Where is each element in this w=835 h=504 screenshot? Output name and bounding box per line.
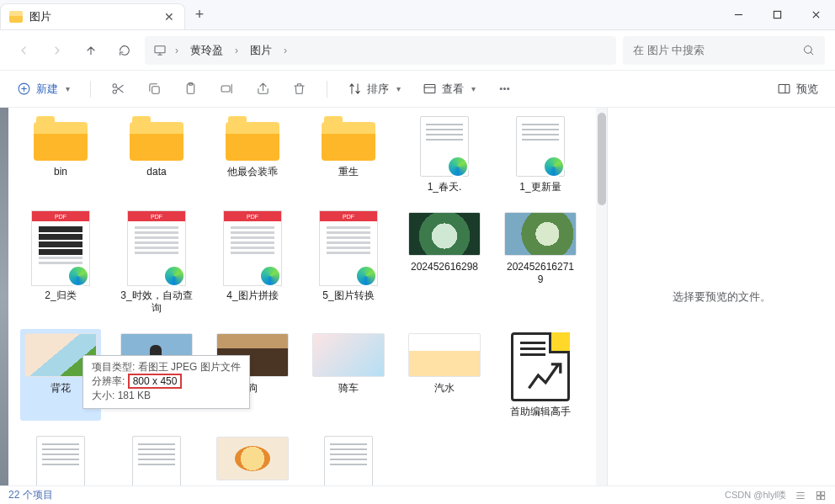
- file-item[interactable]: 新建文本文档: [20, 432, 101, 485]
- tooltip-res-key: 分辨率:: [92, 375, 125, 387]
- scrollbar-thumb[interactable]: [598, 113, 606, 205]
- file-label: 1_春天.: [428, 181, 462, 194]
- file-tooltip: 项目类型: 看图王 JPEG 图片文件 分辨率: 800 x 450 大小: 1…: [82, 355, 250, 409]
- breadcrumb[interactable]: › 黄玲盈 › 图片 ›: [145, 36, 616, 65]
- up-button[interactable]: [77, 37, 104, 64]
- share-button[interactable]: [251, 78, 275, 99]
- file-label: 2_归类: [45, 289, 76, 302]
- svg-rect-0: [774, 11, 780, 18]
- sort-icon: [348, 82, 362, 96]
- rename-button[interactable]: [215, 78, 239, 99]
- separator: [90, 81, 91, 98]
- file-item[interactable]: 他最会装乖: [212, 113, 293, 196]
- file-item[interactable]: bin: [20, 113, 101, 196]
- svg-rect-10: [424, 85, 435, 93]
- separator: [327, 81, 327, 98]
- toolbar: 新建 ▾ 排序 ▾ 查看 ▾ 预览: [0, 71, 835, 108]
- file-label: 他最会装乖: [227, 166, 278, 178]
- file-item[interactable]: PDF2_归类: [20, 208, 101, 317]
- file-item[interactable]: data: [116, 113, 197, 196]
- file-thumbnail: PDF: [312, 210, 385, 286]
- file-thumbnail: [408, 332, 481, 379]
- file-thumbnail: [216, 435, 289, 482]
- file-thumbnail: [312, 435, 385, 485]
- sort-button[interactable]: 排序 ▾: [343, 78, 406, 100]
- file-item[interactable]: 组成: [308, 432, 389, 485]
- chevron-right-icon: ›: [175, 45, 178, 56]
- file-item[interactable]: 202452616298: [404, 208, 485, 317]
- svg-rect-15: [816, 491, 820, 495]
- new-tab-button[interactable]: +: [185, 0, 214, 29]
- more-icon: [497, 82, 512, 96]
- new-label: 新建: [36, 82, 58, 97]
- cut-button[interactable]: [106, 78, 130, 99]
- file-thumbnail: [312, 115, 385, 162]
- tooltip-type-key: 项目类型:: [92, 361, 135, 373]
- preview-placeholder: 选择要预览的文件。: [673, 289, 771, 305]
- file-item[interactable]: 重生: [308, 113, 389, 196]
- file-item[interactable]: 首助编辑高手: [500, 329, 581, 421]
- view-icon: [423, 82, 437, 96]
- file-item[interactable]: 一种美观的组合箱: [116, 432, 197, 485]
- file-label: bin: [54, 166, 67, 178]
- breadcrumb-item-0[interactable]: 黄玲盈: [187, 41, 226, 60]
- view-button[interactable]: 查看 ▾: [418, 78, 481, 100]
- tab-title: 图片: [29, 10, 51, 24]
- file-label: 汽水: [434, 382, 455, 395]
- paste-button[interactable]: [178, 78, 203, 99]
- clipboard-icon: [183, 82, 198, 96]
- chevron-down-icon: ▾: [66, 84, 70, 93]
- refresh-button[interactable]: [111, 37, 138, 64]
- svg-rect-16: [822, 491, 825, 495]
- tab-active[interactable]: 图片 ✕: [0, 3, 185, 29]
- chevron-right-icon: ›: [235, 45, 238, 56]
- file-thumbnail: PDF: [216, 210, 289, 286]
- file-item[interactable]: PDF3_时效，自动查询: [116, 208, 197, 317]
- more-button[interactable]: [492, 78, 517, 99]
- tiles-view-icon[interactable]: [815, 490, 827, 501]
- back-button[interactable]: [10, 37, 37, 64]
- file-item[interactable]: 1_春天.: [404, 113, 485, 196]
- copy-button[interactable]: [142, 78, 167, 99]
- close-window-button[interactable]: [796, 0, 835, 29]
- maximize-button[interactable]: [758, 0, 796, 29]
- svg-rect-18: [822, 496, 825, 499]
- tooltip-res-val: 800 x 450: [128, 374, 183, 389]
- file-thumbnail: [408, 210, 481, 257]
- search-box[interactable]: [623, 36, 825, 65]
- new-button[interactable]: 新建 ▾: [12, 78, 75, 100]
- file-item[interactable]: 1_更新量: [500, 113, 581, 196]
- details-view-icon[interactable]: [795, 490, 806, 501]
- file-item[interactable]: 鱼: [212, 432, 293, 485]
- file-item[interactable]: 2024526162719: [500, 208, 581, 317]
- file-grid-pane[interactable]: bindata他最会装乖重生1_春天.1_更新量PDF2_归类PDF3_时效，自…: [0, 108, 608, 485]
- preview-pane: 选择要预览的文件。: [608, 108, 835, 485]
- svg-rect-17: [816, 496, 820, 499]
- file-item[interactable]: 汽水: [404, 329, 485, 421]
- scissors-icon: [111, 82, 125, 96]
- forward-button[interactable]: [44, 37, 71, 64]
- minimize-button[interactable]: [719, 0, 758, 29]
- delete-button[interactable]: [287, 78, 311, 99]
- file-label: 背花: [51, 382, 71, 395]
- svg-point-2: [805, 46, 812, 54]
- file-label: data: [146, 166, 166, 178]
- preview-toggle[interactable]: 预览: [772, 78, 823, 100]
- file-item[interactable]: PDF4_图片拼接: [212, 208, 293, 317]
- vertical-scrollbar[interactable]: [596, 108, 608, 485]
- tooltip-size-val: 181 KB: [118, 390, 151, 401]
- file-label: 3_时效，自动查询: [119, 289, 194, 315]
- window-controls: [719, 0, 835, 29]
- titlebar: 图片 ✕ +: [0, 0, 835, 30]
- view-label: 查看: [442, 82, 464, 97]
- file-label: 5_图片转换: [322, 289, 374, 302]
- trash-icon: [292, 82, 306, 96]
- svg-rect-9: [221, 86, 230, 92]
- file-thumbnail: [312, 332, 385, 379]
- file-thumbnail: PDF: [24, 210, 97, 286]
- breadcrumb-item-1[interactable]: 图片: [247, 41, 275, 60]
- search-input[interactable]: [633, 44, 795, 56]
- file-item[interactable]: PDF5_图片转换: [308, 208, 389, 317]
- close-tab-icon[interactable]: ✕: [164, 11, 174, 23]
- file-item[interactable]: 骑车: [308, 329, 389, 421]
